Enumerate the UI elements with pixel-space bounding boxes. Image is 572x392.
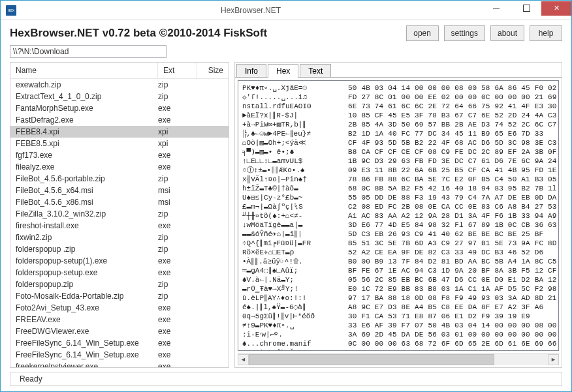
file-row[interactable]: Foto2Avi_Setup_43.exeexe [10, 302, 229, 314]
hex-ascii: nstall.rdfuEAOI0 [242, 102, 340, 111]
close-button[interactable] [541, 1, 571, 16]
tab-text[interactable]: Text [300, 64, 331, 78]
file-row[interactable]: FEBE8.5.xpixpi [10, 138, 229, 149]
about-button[interactable]: about [490, 25, 524, 41]
hex-bytes: A1 AC 83 AA A2 12 9A 28 D1 3A 4F F6 1B 3… [340, 211, 557, 220]
hex-bytes: 97 17 BA 88 18 0D 08 F8 F9 49 93 03 3A A… [340, 294, 557, 303]
hex-ascii: •À∥∥.ä≥üÿ☞^!۩. [242, 257, 340, 266]
file-row[interactable]: folderspopup.zipzip [10, 279, 229, 290]
help-button[interactable]: help [530, 25, 562, 41]
file-size [197, 245, 223, 254]
file-ext: xpi [158, 127, 197, 136]
path-input[interactable] [10, 45, 167, 58]
hex-ascii: h±ïŽ▬T♣©|†àõ▬ [242, 184, 340, 193]
open-button[interactable]: open [406, 25, 439, 41]
file-row[interactable]: FileBot_4.5.6_x86.msimsi [10, 196, 229, 208]
file-row[interactable]: FileBot_4.5.6_x64.msimsi [10, 185, 229, 196]
hex-bytes: A8 9C E7 D3 8E A4 B5 C8 EE DA 8F E7 A2 3… [340, 303, 557, 312]
file-row[interactable]: FastDefrag2.exeexe [10, 114, 229, 126]
file-name: FEBE8.4.xpi [16, 127, 158, 136]
hex-ascii: £▬m¬|▬Ωà∫ºç|ᛪS [242, 202, 340, 211]
file-size [197, 268, 223, 277]
tab-info[interactable]: Info [236, 64, 266, 78]
hex-bytes: 65 73 74 95 D0 CB 4E F3 30 10 86 E1 95 7… [340, 348, 557, 351]
hex-bytes: C2 08 ED FC 2B 08 0E CA CC 0E 83 C6 A8 B… [340, 202, 557, 211]
file-size [197, 315, 223, 324]
file-name: FastDefrag2.exe [16, 115, 158, 125]
file-size [197, 327, 223, 336]
hex-view[interactable]: PK♥♦π∘.␣.XjâE=☺50 4B 03 04 14 00 00 00 0… [238, 80, 559, 351]
file-ext: exe [158, 303, 197, 312]
minimize-button[interactable] [481, 1, 511, 16]
file-row[interactable]: freekernelpstviewer.exeexe [10, 361, 229, 367]
hex-bytes: BF FE 67 1E AC 94 C3 1D 9A 20 BF 8A 3B F… [340, 266, 557, 275]
hex-ascii: ♣V.à←|.Nä▬Y; [242, 275, 340, 284]
file-row[interactable]: exewatch.zipzip [10, 79, 229, 91]
file-name: FantaMorphSetup.exe [16, 104, 158, 113]
col-name-header[interactable]: Name [10, 63, 158, 78]
hex-line: ╜┼╫»tõ(♠:+⌂<≠-A1 AC 83 AA A2 12 9A 28 D1… [242, 211, 557, 220]
file-row[interactable]: folderspopup .zipzip [10, 243, 229, 255]
titlebar[interactable]: HexBrowser.NET [1, 1, 571, 20]
file-name: FreeFileSync_6.14_Win_Setup.exe [16, 339, 158, 348]
file-row[interactable]: folderspopup-setup(1).exeexe [10, 255, 229, 267]
file-ext: exe [158, 339, 197, 348]
file-ext: zip [158, 174, 197, 183]
window-title: HexBrowser.NET [20, 6, 481, 15]
hex-bytes: 1B 9C D3 29 63 FB FD 3E DC C7 61 D6 7E 6… [340, 157, 557, 166]
file-name: FreeDWGViewer.exe [16, 327, 158, 336]
file-name: Foto-Mosaik-Edda-Portable.zip [16, 292, 158, 301]
file-row[interactable]: Foto-Mosaik-Edda-Portable.zipzip [10, 290, 229, 302]
file-size [197, 80, 223, 89]
file-name: folderspopup-setup(1).exe [16, 256, 158, 265]
file-row[interactable]: FreeFileSync_6.14_Win_Setup.exeexe [10, 349, 229, 361]
scroll-track[interactable] [249, 354, 548, 365]
file-ext: msi [158, 198, 197, 207]
hex-line: £▬m¬|▬Ωà∫ºç|ᛪSC2 08 ED FC 2B 08 0E CA CC… [242, 202, 557, 211]
file-row[interactable]: FantaMorphSetup.exeexe [10, 102, 229, 114]
scroll-right-arrow-icon[interactable]: ► [548, 354, 559, 365]
file-list[interactable]: exewatch.zipzipExtractText_4_1_0_0.zipzi… [10, 79, 229, 367]
hex-bytes: 30 F1 CA 53 71 E8 87 06 E1 D2 F9 39 19 E… [340, 312, 557, 321]
col-size-header[interactable]: Size [197, 63, 229, 78]
file-row[interactable]: folderspopup-setup.exeexe [10, 267, 229, 279]
file-size [197, 303, 223, 312]
file-name: FileBot_4.5.6_x64.msi [16, 186, 158, 195]
file-row[interactable]: fireshot-install.exeexe [10, 220, 229, 232]
maximize-button[interactable] [511, 1, 541, 16]
hex-bytes: 09 E3 11 8B 22 6A 6B 25 B5 CF CA 41 4B 9… [340, 166, 557, 175]
file-row[interactable]: FEBE8.4.xpixpi [10, 126, 229, 138]
file-row[interactable]: FileBot_4.5.6-portable.zipzip [10, 173, 229, 185]
file-row[interactable]: FileZilla_3.10.2_win32.zipzip [10, 208, 229, 220]
file-row[interactable]: fgf173.exeexe [10, 149, 229, 161]
hex-ascii: ►àEľ?x|∥R-$J| [242, 111, 340, 120]
hex-ascii: ↑∟E∟∟↕∟▬amvUL$ [242, 157, 340, 166]
hex-line: ÷Q^{∥mi╒Fū¤ü|▬FRB5 51 3C 5E 7B 6D A3 C9 … [242, 239, 557, 248]
hex-bytes: FD 27 8C 01 00 00 EE 02 00 00 0C 00 00 0… [340, 93, 557, 102]
file-row[interactable]: FreeDWGViewer.exeexe [10, 325, 229, 337]
scroll-thumb[interactable] [249, 354, 494, 365]
hex-horizontal-scrollbar[interactable]: ◄ ► [238, 354, 559, 365]
hex-bytes: 0C 00 00 00 63 68 72 6F 6D 65 2E 6D 61 6… [340, 339, 557, 348]
file-row[interactable]: fixwin2.zipzip [10, 232, 229, 243]
app-window: HexBrowser.NET HexBrowser.NET v0.72 beta… [0, 0, 572, 392]
file-name: folderspopup.zip [16, 280, 158, 289]
hex-ascii: Rö×ëE✈⌂□ET▬p [242, 248, 340, 257]
col-ext-header[interactable]: Ext [158, 63, 197, 78]
settings-button[interactable]: settings [444, 25, 485, 41]
hex-bytes: CF 4F 93 5D 5B B2 22 4F 68 AC D6 5D 3C 9… [340, 138, 557, 147]
file-ext: exe [158, 115, 197, 125]
file-row[interactable]: FREEAV.exeexe [10, 314, 229, 325]
file-row[interactable]: ExtractText_4_1_0_0.zipzip [10, 91, 229, 102]
file-row[interactable]: FreeFileSync_6.14_Win_Setup.exeexe [10, 337, 229, 349]
hex-line: ≠↕9▬PK♥♦π∘.␣33 E6 AF 39 F7 07 50 4B 03 0… [242, 321, 557, 330]
hex-line: ☼'ſ!.....␣...i♫FD 27 8C 01 00 00 EE 02 0… [242, 93, 557, 102]
file-ext: exe [158, 350, 197, 359]
file-size [197, 151, 223, 160]
file-row[interactable]: filealyz.exeexe [10, 161, 229, 173]
tab-hex[interactable]: Hex [268, 64, 298, 78]
scroll-left-arrow-icon[interactable]: ◄ [238, 354, 249, 365]
file-name: FileBot_4.5.6_x86.msi [16, 198, 158, 207]
app-title: HexBrowser.NET v0.72 beta ©2010-2014 Fis… [10, 27, 401, 40]
hex-ascii: U♠⊟≤|Cy-z°£b▬~ [242, 193, 340, 202]
